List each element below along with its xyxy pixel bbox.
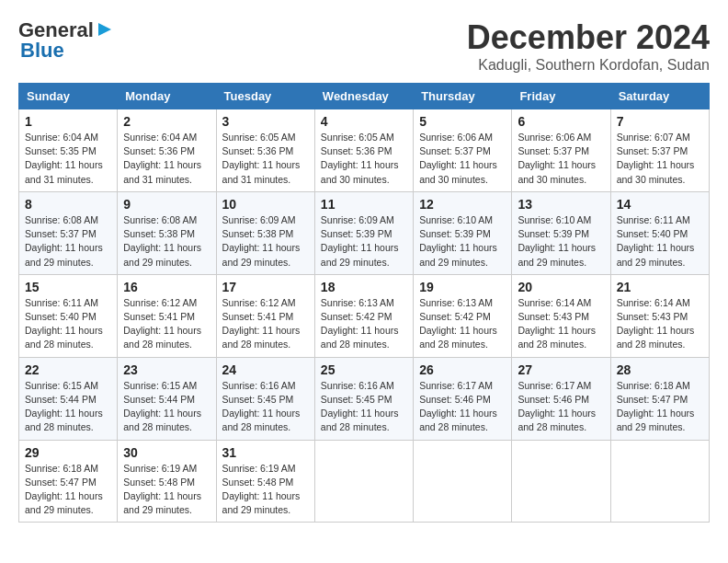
column-header-sunday: Sunday <box>19 84 118 109</box>
calendar-cell: 15Sunrise: 6:11 AMSunset: 5:40 PMDayligh… <box>19 274 118 357</box>
calendar-cell: 10Sunrise: 6:09 AMSunset: 5:38 PMDayligh… <box>216 191 314 274</box>
calendar-cell: 21Sunrise: 6:14 AMSunset: 5:43 PMDayligh… <box>610 274 709 357</box>
cell-info: Sunrise: 6:09 AMSunset: 5:39 PMDaylight:… <box>321 213 407 270</box>
day-number: 5 <box>419 114 506 129</box>
calendar-cell: 14Sunrise: 6:11 AMSunset: 5:40 PMDayligh… <box>610 191 709 274</box>
cell-info: Sunrise: 6:11 AMSunset: 5:40 PMDaylight:… <box>617 213 703 270</box>
calendar-week-row: 29Sunrise: 6:18 AMSunset: 5:47 PMDayligh… <box>19 440 710 523</box>
cell-info: Sunrise: 6:09 AMSunset: 5:38 PMDaylight:… <box>222 213 309 270</box>
day-number: 25 <box>321 362 407 377</box>
calendar-cell: 20Sunrise: 6:14 AMSunset: 5:43 PMDayligh… <box>512 274 610 357</box>
cell-info: Sunrise: 6:17 AMSunset: 5:46 PMDaylight:… <box>419 379 506 435</box>
calendar-cell: 23Sunrise: 6:15 AMSunset: 5:44 PMDayligh… <box>118 357 216 440</box>
calendar-cell: 28Sunrise: 6:18 AMSunset: 5:47 PMDayligh… <box>610 357 709 440</box>
calendar-cell: 31Sunrise: 6:19 AMSunset: 5:48 PMDayligh… <box>216 440 314 523</box>
calendar-cell: 6Sunrise: 6:06 AMSunset: 5:37 PMDaylight… <box>512 109 610 192</box>
cell-info: Sunrise: 6:16 AMSunset: 5:45 PMDaylight:… <box>321 379 407 435</box>
day-number: 14 <box>617 197 703 212</box>
day-number: 24 <box>222 362 309 377</box>
day-number: 28 <box>617 362 703 377</box>
calendar-cell: 2Sunrise: 6:04 AMSunset: 5:36 PMDaylight… <box>118 109 216 192</box>
calendar-cell: 17Sunrise: 6:12 AMSunset: 5:41 PMDayligh… <box>216 274 314 357</box>
calendar-cell: 13Sunrise: 6:10 AMSunset: 5:39 PMDayligh… <box>512 191 610 274</box>
calendar-cell: 29Sunrise: 6:18 AMSunset: 5:47 PMDayligh… <box>19 440 118 523</box>
calendar-cell: 8Sunrise: 6:08 AMSunset: 5:37 PMDaylight… <box>19 191 118 274</box>
cell-info: Sunrise: 6:14 AMSunset: 5:43 PMDaylight:… <box>518 296 604 352</box>
cell-info: Sunrise: 6:18 AMSunset: 5:47 PMDaylight:… <box>617 379 703 435</box>
calendar-cell <box>414 440 512 523</box>
cell-info: Sunrise: 6:17 AMSunset: 5:46 PMDaylight:… <box>518 379 604 435</box>
calendar-week-row: 8Sunrise: 6:08 AMSunset: 5:37 PMDaylight… <box>19 191 710 274</box>
cell-info: Sunrise: 6:11 AMSunset: 5:40 PMDaylight:… <box>25 296 111 352</box>
calendar-cell: 5Sunrise: 6:06 AMSunset: 5:37 PMDaylight… <box>414 109 512 192</box>
calendar-table: SundayMondayTuesdayWednesdayThursdayFrid… <box>18 83 710 523</box>
calendar-week-row: 22Sunrise: 6:15 AMSunset: 5:44 PMDayligh… <box>19 357 710 440</box>
calendar-cell: 4Sunrise: 6:05 AMSunset: 5:36 PMDaylight… <box>314 109 413 192</box>
cell-info: Sunrise: 6:06 AMSunset: 5:37 PMDaylight:… <box>419 131 506 187</box>
calendar-cell <box>314 440 413 523</box>
calendar-week-row: 1Sunrise: 6:04 AMSunset: 5:35 PMDaylight… <box>19 109 710 192</box>
cell-info: Sunrise: 6:19 AMSunset: 5:48 PMDaylight:… <box>123 462 210 518</box>
cell-info: Sunrise: 6:05 AMSunset: 5:36 PMDaylight:… <box>222 131 309 187</box>
cell-info: Sunrise: 6:15 AMSunset: 5:44 PMDaylight:… <box>25 379 111 435</box>
cell-info: Sunrise: 6:05 AMSunset: 5:36 PMDaylight:… <box>321 131 407 187</box>
calendar-cell: 27Sunrise: 6:17 AMSunset: 5:46 PMDayligh… <box>512 357 610 440</box>
calendar-cell: 1Sunrise: 6:04 AMSunset: 5:35 PMDaylight… <box>19 109 118 192</box>
logo-arrow-icon <box>95 19 115 40</box>
location-subtitle: Kadugli, Southern Kordofan, Sudan <box>467 57 710 74</box>
svg-marker-0 <box>98 23 111 36</box>
calendar-cell: 25Sunrise: 6:16 AMSunset: 5:45 PMDayligh… <box>314 357 413 440</box>
day-number: 18 <box>321 280 407 294</box>
day-number: 2 <box>123 114 210 129</box>
calendar-cell <box>610 440 709 523</box>
title-block: December 2024 Kadugli, Southern Kordofan… <box>467 18 710 74</box>
cell-info: Sunrise: 6:10 AMSunset: 5:39 PMDaylight:… <box>419 213 506 270</box>
day-number: 9 <box>123 197 210 212</box>
cell-info: Sunrise: 6:08 AMSunset: 5:37 PMDaylight:… <box>25 213 111 270</box>
calendar-cell <box>512 440 610 523</box>
column-header-thursday: Thursday <box>414 84 512 109</box>
day-number: 16 <box>123 280 210 294</box>
calendar-cell: 26Sunrise: 6:17 AMSunset: 5:46 PMDayligh… <box>414 357 512 440</box>
cell-info: Sunrise: 6:10 AMSunset: 5:39 PMDaylight:… <box>518 213 604 270</box>
cell-info: Sunrise: 6:14 AMSunset: 5:43 PMDaylight:… <box>617 296 703 352</box>
day-number: 21 <box>617 280 703 294</box>
cell-info: Sunrise: 6:13 AMSunset: 5:42 PMDaylight:… <box>321 296 407 352</box>
day-number: 30 <box>123 445 210 460</box>
day-number: 29 <box>25 445 111 460</box>
logo: General Blue <box>18 18 115 63</box>
calendar-cell: 11Sunrise: 6:09 AMSunset: 5:39 PMDayligh… <box>314 191 413 274</box>
calendar-cell: 30Sunrise: 6:19 AMSunset: 5:48 PMDayligh… <box>118 440 216 523</box>
day-number: 31 <box>222 445 309 460</box>
cell-info: Sunrise: 6:06 AMSunset: 5:37 PMDaylight:… <box>518 131 604 187</box>
cell-info: Sunrise: 6:16 AMSunset: 5:45 PMDaylight:… <box>222 379 309 435</box>
day-number: 4 <box>321 114 407 129</box>
calendar-cell: 16Sunrise: 6:12 AMSunset: 5:41 PMDayligh… <box>118 274 216 357</box>
calendar-week-row: 15Sunrise: 6:11 AMSunset: 5:40 PMDayligh… <box>19 274 710 357</box>
logo-blue: Blue <box>18 39 64 63</box>
day-number: 1 <box>25 114 111 129</box>
day-number: 15 <box>25 280 111 294</box>
cell-info: Sunrise: 6:07 AMSunset: 5:37 PMDaylight:… <box>617 131 703 187</box>
calendar-cell: 7Sunrise: 6:07 AMSunset: 5:37 PMDaylight… <box>610 109 709 192</box>
day-number: 12 <box>419 197 506 212</box>
calendar-cell: 22Sunrise: 6:15 AMSunset: 5:44 PMDayligh… <box>19 357 118 440</box>
calendar-cell: 18Sunrise: 6:13 AMSunset: 5:42 PMDayligh… <box>314 274 413 357</box>
day-number: 20 <box>518 280 604 294</box>
day-number: 8 <box>25 197 111 212</box>
cell-info: Sunrise: 6:08 AMSunset: 5:38 PMDaylight:… <box>123 213 210 270</box>
cell-info: Sunrise: 6:04 AMSunset: 5:36 PMDaylight:… <box>123 131 210 187</box>
day-number: 27 <box>518 362 604 377</box>
column-header-tuesday: Tuesday <box>216 84 314 109</box>
calendar-header-row: SundayMondayTuesdayWednesdayThursdayFrid… <box>19 84 710 109</box>
cell-info: Sunrise: 6:19 AMSunset: 5:48 PMDaylight:… <box>222 462 309 518</box>
column-header-monday: Monday <box>118 84 216 109</box>
day-number: 19 <box>419 280 506 294</box>
cell-info: Sunrise: 6:13 AMSunset: 5:42 PMDaylight:… <box>419 296 506 352</box>
column-header-saturday: Saturday <box>610 84 709 109</box>
day-number: 23 <box>123 362 210 377</box>
page-header: General Blue December 2024 Kadugli, Sout… <box>18 18 710 74</box>
day-number: 10 <box>222 197 309 212</box>
column-header-friday: Friday <box>512 84 610 109</box>
day-number: 26 <box>419 362 506 377</box>
